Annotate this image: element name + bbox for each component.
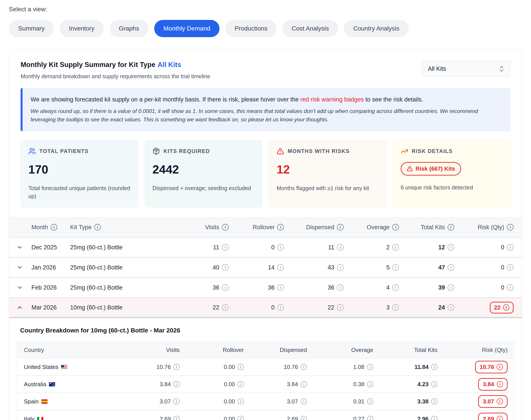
risk-warning-badge[interactable]: 3.07 xyxy=(478,395,508,408)
dispensed-cell: 36 xyxy=(328,284,334,291)
risk-warning-badge[interactable]: 22 xyxy=(490,302,514,314)
stat-cards: TOTAL PATIENTS 170 Total forecasted uniq… xyxy=(21,140,510,208)
risk-total-badge[interactable]: Risk (667) Kits xyxy=(401,162,461,176)
table-row-jan-2026[interactable]: Jan 2026 25mg (60-ct.) Bottle 40 14 43 5… xyxy=(9,258,522,278)
info-icon[interactable] xyxy=(367,364,373,370)
tab-graphs[interactable]: Graphs xyxy=(109,20,148,37)
info-icon[interactable] xyxy=(222,304,229,311)
table-row-feb-2026[interactable]: Feb 2026 25mg (60-ct.) Bottle 36 36 36 4… xyxy=(9,278,522,298)
info-icon[interactable] xyxy=(392,264,399,271)
country-row-australia: Australia 3.84 0.00 3.84 0.38 4.23 3.84 xyxy=(17,376,514,393)
info-icon[interactable] xyxy=(448,304,454,311)
info-icon[interactable] xyxy=(507,244,514,251)
alert-triangle-icon xyxy=(407,165,413,172)
info-icon[interactable] xyxy=(222,284,229,291)
info-icon[interactable] xyxy=(173,416,180,420)
info-icon[interactable] xyxy=(277,264,284,271)
kit-type-select[interactable]: All Kits xyxy=(422,61,510,77)
info-icon[interactable] xyxy=(392,304,399,311)
tab-inventory[interactable]: Inventory xyxy=(60,20,104,37)
monthly-demand-card: Monthly Kit Supply Summary for Kit TypeA… xyxy=(9,49,522,420)
info-icon[interactable] xyxy=(367,416,373,420)
info-icon[interactable] xyxy=(173,364,180,370)
info-icon[interactable] xyxy=(337,224,344,231)
info-icon[interactable] xyxy=(51,224,57,231)
info-icon[interactable] xyxy=(301,416,307,420)
trending-up-icon xyxy=(401,148,408,155)
info-icon[interactable] xyxy=(431,381,437,387)
month-cell: Dec 2025 xyxy=(31,244,57,251)
risk-cell: 2.69 xyxy=(483,416,494,420)
dispensed-cell: 43 xyxy=(328,264,334,271)
info-icon[interactable] xyxy=(301,364,307,370)
info-icon[interactable] xyxy=(448,284,454,291)
overage-cell: 5 xyxy=(386,264,390,271)
info-icon[interactable] xyxy=(222,224,229,231)
info-icon[interactable] xyxy=(431,398,437,405)
info-icon[interactable] xyxy=(173,381,180,387)
info-icon[interactable] xyxy=(337,284,344,291)
info-icon[interactable] xyxy=(94,224,101,231)
chevron-down-icon[interactable] xyxy=(16,284,23,291)
info-icon[interactable] xyxy=(431,364,437,370)
info-icon[interactable] xyxy=(392,244,399,251)
info-icon[interactable] xyxy=(507,264,514,271)
info-icon[interactable] xyxy=(448,244,454,251)
info-icon[interactable] xyxy=(301,381,307,387)
monthly-demand-table: Month Kit Type Visits Rollover Dispensed… xyxy=(9,217,522,318)
info-icon[interactable] xyxy=(277,224,284,231)
info-icon[interactable] xyxy=(367,398,373,405)
info-icon[interactable] xyxy=(277,284,284,291)
tab-cost-analysis[interactable]: Cost Analysis xyxy=(282,20,338,37)
risk-warning-badge[interactable]: 10.76 xyxy=(475,361,508,373)
info-icon[interactable] xyxy=(301,398,307,405)
month-cell: Jan 2026 xyxy=(31,264,56,271)
chevron-down-icon[interactable] xyxy=(16,264,23,271)
info-icon[interactable] xyxy=(337,304,344,311)
col-rollover: Rollover xyxy=(253,224,275,231)
visits-cell: 3.07 xyxy=(159,398,171,405)
tab-monthly-demand[interactable]: Monthly Demand xyxy=(154,20,220,37)
info-icon[interactable] xyxy=(238,398,244,405)
chevron-down-icon[interactable] xyxy=(16,244,23,251)
info-icon[interactable] xyxy=(173,398,180,405)
info-icon[interactable] xyxy=(392,224,399,231)
info-icon[interactable] xyxy=(222,264,229,271)
info-icon[interactable] xyxy=(238,381,244,387)
users-icon xyxy=(28,148,36,155)
us-flag-icon xyxy=(61,365,67,369)
risk-cell: 3.84 xyxy=(483,381,494,388)
info-icon xyxy=(497,364,503,370)
risk-warning-badge[interactable]: 3.84 xyxy=(478,378,508,390)
info-icon[interactable] xyxy=(277,304,284,311)
info-icon[interactable] xyxy=(507,284,514,291)
risk-warning-badge[interactable]: 2.69 xyxy=(478,413,508,420)
info-icon[interactable] xyxy=(507,224,514,231)
info-icon[interactable] xyxy=(448,224,454,231)
info-icon[interactable] xyxy=(238,364,244,370)
info-icon[interactable] xyxy=(337,264,344,271)
tab-productions[interactable]: Productions xyxy=(225,20,277,37)
info-icon[interactable] xyxy=(431,416,437,420)
tab-country-analysis[interactable]: Country Analysis xyxy=(344,20,409,37)
info-icon[interactable] xyxy=(448,264,454,271)
info-icon[interactable] xyxy=(277,244,284,251)
risk-cell: 10.76 xyxy=(480,364,494,371)
tab-summary[interactable]: Summary xyxy=(9,20,54,37)
col-risk: Risk (Qty) xyxy=(482,347,508,353)
col-kit-type: Kit Type xyxy=(70,224,92,231)
dispensed-cell: 11 xyxy=(328,244,334,251)
table-row-mar-2026[interactable]: Mar 2026 10mg (60-ct.) Bottle 22 0 22 3 … xyxy=(9,298,522,318)
risk-cell: 0 xyxy=(501,264,504,271)
info-icon[interactable] xyxy=(222,244,229,251)
info-icon[interactable] xyxy=(337,244,344,251)
info-icon[interactable] xyxy=(392,284,399,291)
info-banner: We are showing forecasted kit supply on … xyxy=(21,88,510,131)
total-kits-cell: 4.23 xyxy=(417,381,429,388)
table-row-dec-2025[interactable]: Dec 2025 25mg (60-ct.) Bottle 11 0 11 2 … xyxy=(9,238,522,258)
chevron-up-icon[interactable] xyxy=(16,304,23,311)
risk-cell: 0 xyxy=(501,284,504,291)
info-icon[interactable] xyxy=(238,416,244,420)
info-icon[interactable] xyxy=(367,381,373,387)
col-dispensed: Dispensed xyxy=(280,347,307,353)
